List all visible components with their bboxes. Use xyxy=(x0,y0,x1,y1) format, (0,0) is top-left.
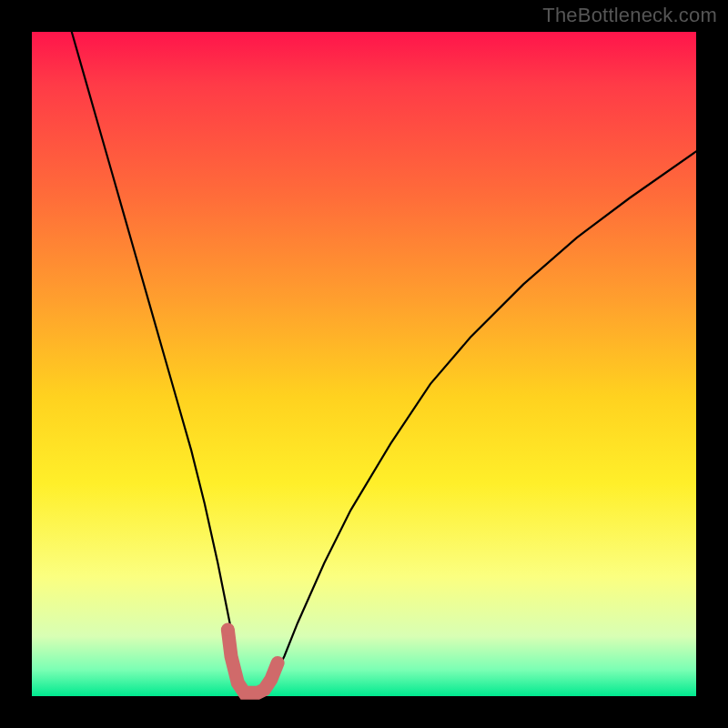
bottleneck-curve xyxy=(72,32,696,696)
valley-highlight xyxy=(228,630,278,693)
watermark-text: TheBottleneck.com xyxy=(542,4,717,27)
valley-highlight-dot xyxy=(221,623,234,636)
plot-area xyxy=(32,32,696,696)
chart-svg xyxy=(32,32,696,696)
chart-frame: TheBottleneck.com xyxy=(0,0,728,728)
